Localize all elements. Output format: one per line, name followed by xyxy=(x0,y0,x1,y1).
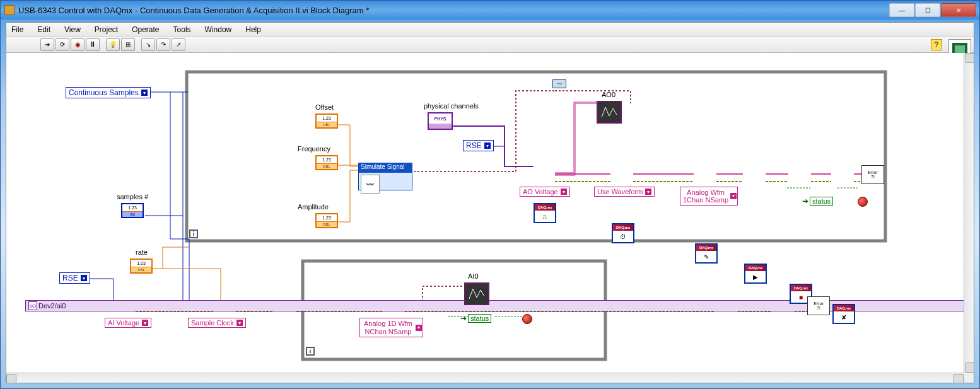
const-rse-upper[interactable]: RSE▾ xyxy=(463,140,494,151)
poly-analog-1d-wfm[interactable]: Analog 1D Wfm NChan NSamp ▾ xyxy=(359,318,423,337)
status-lower-label: status xyxy=(468,314,491,323)
pause-button[interactable]: II xyxy=(86,38,100,51)
const-continuous-samples[interactable]: Continuous Samples▾ xyxy=(66,87,151,98)
control-offset[interactable]: 1.23DBL xyxy=(315,113,338,129)
chevron-down-icon[interactable]: ▾ xyxy=(645,189,651,195)
menu-file[interactable]: File xyxy=(11,25,23,34)
label-ai0: AI0 xyxy=(468,272,479,280)
chevron-down-icon[interactable]: ▾ xyxy=(141,90,148,96)
poly-sample-clock[interactable]: Sample Clock▾ xyxy=(188,318,246,328)
abort-button[interactable]: ◉ xyxy=(71,38,85,51)
label-amplitude: Amplitude xyxy=(298,203,329,211)
stop-indicator-ao xyxy=(858,197,868,207)
maximize-button[interactable]: ☐ xyxy=(915,3,940,17)
menu-tools[interactable]: Tools xyxy=(173,25,191,34)
run-continuous-button[interactable]: ⟳ xyxy=(55,38,69,51)
titlebar[interactable]: USB-6343 Control with DAQmx - Continuous… xyxy=(1,1,979,20)
step-into-button[interactable]: ↘ xyxy=(141,38,155,51)
chevron-down-icon[interactable]: ▾ xyxy=(236,320,243,326)
toolbar: ➔ ⟳ ◉ II 💡 ⊞ ↘ ↷ ↗ ? xyxy=(6,37,974,53)
label-frequency: Frequency xyxy=(298,145,330,153)
indicator-ai0-graph[interactable] xyxy=(464,282,489,305)
const-rse-lower[interactable]: RSE▾ xyxy=(59,272,90,284)
control-frequency[interactable]: 1.23DBL xyxy=(315,155,338,170)
run-button[interactable]: ➔ xyxy=(40,38,54,51)
label-ao0: AO0 xyxy=(602,91,615,98)
control-physical-channels[interactable]: PHYS xyxy=(428,112,453,130)
block-diagram-canvas[interactable]: Continuous Samples▾ samples # 1.23I32 ra… xyxy=(6,53,964,373)
menu-project[interactable]: Project xyxy=(95,25,118,34)
label-samples: samples # xyxy=(117,193,148,200)
step-over-button[interactable]: ↷ xyxy=(156,38,170,51)
control-rate[interactable]: 1.23DBL xyxy=(130,258,153,274)
poly-use-waveform[interactable]: Use Waveform▾ xyxy=(594,187,655,197)
menu-help[interactable]: Help xyxy=(245,25,261,34)
control-amplitude[interactable]: 1.23DBL xyxy=(315,213,338,228)
context-help-icon[interactable]: ? xyxy=(931,39,942,50)
error-handler-ao[interactable]: Error ?! xyxy=(861,165,884,184)
daqmx-write-ao[interactable]: DAQ.mx✎ xyxy=(695,243,718,264)
menubar: File Edit View Project Operate Tools Win… xyxy=(6,23,974,37)
daqmx-create-channel-ao[interactable]: DAQ.mx⎍ xyxy=(534,203,556,223)
arrow-icon: ➔ xyxy=(802,197,808,206)
retain-wire-button[interactable]: ⊞ xyxy=(121,38,135,51)
poly-ai-voltage[interactable]: AI Voltage▾ xyxy=(105,318,151,328)
chevron-down-icon[interactable]: ▾ xyxy=(416,325,422,331)
minimize-button[interactable]: — xyxy=(889,3,914,17)
daqmx-timing-ao[interactable]: DAQ.mx⏱ xyxy=(612,223,634,243)
vertical-scrollbar[interactable] xyxy=(964,53,974,373)
signal-icon: 〰️ xyxy=(361,175,380,194)
indicator-ao0-graph[interactable] xyxy=(597,101,622,124)
loop-iteration-lower: i xyxy=(306,347,315,356)
loop-iteration-upper: i xyxy=(189,229,198,238)
editor-window: File Edit View Project Operate Tools Win… xyxy=(6,22,974,383)
status-upper-group: ➔ status xyxy=(802,197,833,206)
window-buttons: — ☐ ✕ xyxy=(889,3,976,17)
menu-operate[interactable]: Operate xyxy=(132,25,159,34)
poly-analog-wfm-1chan[interactable]: Analog Wfm 1Chan NSamp ▾ xyxy=(680,187,738,206)
chevron-down-icon[interactable]: ▾ xyxy=(142,320,148,326)
chevron-down-icon[interactable]: ▾ xyxy=(561,189,567,195)
chevron-down-icon[interactable]: ▾ xyxy=(81,275,87,281)
label-rate: rate xyxy=(136,248,148,256)
label-physical-channels: physical channels xyxy=(424,102,479,110)
highlight-button[interactable]: 💡 xyxy=(106,38,120,51)
menu-window[interactable]: Window xyxy=(205,25,232,34)
menu-edit[interactable]: Edit xyxy=(37,25,50,34)
app-icon xyxy=(4,5,15,15)
status-lower-group: ➔ status xyxy=(460,314,491,323)
application-window: USB-6343 Control with DAQmx - Continuous… xyxy=(0,0,980,389)
convert-dynamic-data[interactable]: 〰 xyxy=(552,79,566,88)
express-simulate-signal[interactable]: Simulate Signal 〰️ xyxy=(358,163,412,190)
io-type-icon: I/O xyxy=(28,301,37,310)
window-title: USB-6343 Control with DAQmx - Continuous… xyxy=(18,6,889,15)
step-out-button[interactable]: ↗ xyxy=(172,38,185,51)
status-upper-label: status xyxy=(810,197,833,206)
horizontal-scrollbar[interactable] xyxy=(6,373,964,383)
arrow-icon: ➔ xyxy=(460,314,467,323)
stop-indicator-ai xyxy=(522,314,532,324)
daqmx-clear-ao[interactable]: DAQ.mx✘ xyxy=(832,304,855,324)
control-samples[interactable]: 1.23I32 xyxy=(121,203,144,218)
poly-ao-voltage[interactable]: AO Voltage▾ xyxy=(520,187,570,197)
label-offset: Offset xyxy=(315,103,334,111)
menu-view[interactable]: View xyxy=(64,25,81,34)
close-button[interactable]: ✕ xyxy=(941,3,976,17)
ring-text: Continuous Samples xyxy=(69,88,139,97)
error-handler-ai[interactable]: Error ?! xyxy=(807,296,830,315)
chevron-down-icon[interactable]: ▾ xyxy=(484,142,491,149)
daqmx-start-ao[interactable]: DAQ.mx▶ xyxy=(744,264,767,284)
chevron-down-icon[interactable]: ▾ xyxy=(730,193,737,199)
